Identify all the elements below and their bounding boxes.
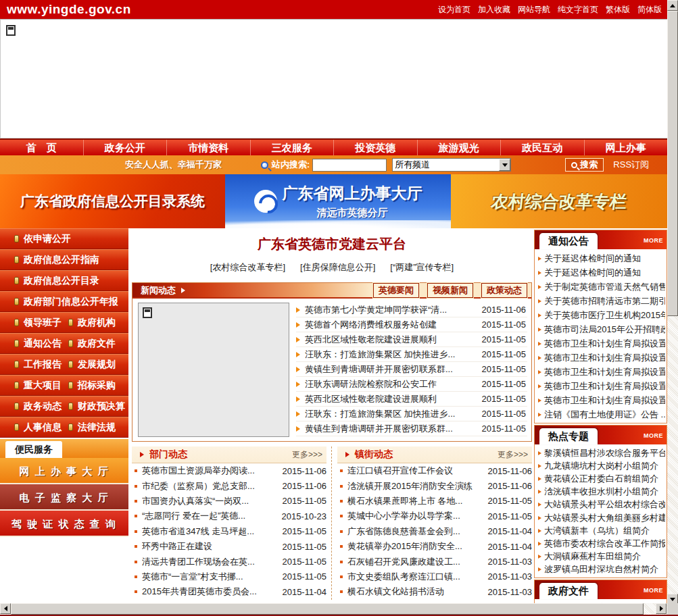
rss-link[interactable]: RSS订阅 (613, 159, 649, 171)
gov-docs-more-link[interactable]: MORE (644, 587, 663, 594)
nav-item[interactable]: 网上办事 (585, 140, 668, 155)
channel-select[interactable]: 所有频道 (392, 158, 511, 172)
list-item[interactable]: 大站镇景头村平公组农村综合改... (537, 498, 665, 511)
list-item[interactable]: 清远共青团工作现场会在英... 2015-11-05 (132, 554, 326, 569)
list-item[interactable]: 英德市卫生和计划生育局拟设置... (537, 351, 665, 365)
list-item[interactable]: 市国资办认真落实“一岗双... 2015-11-05 (132, 494, 326, 509)
site-url[interactable]: www.yingde.gov.cn (7, 2, 131, 17)
news-tab[interactable]: 视频新闻 (427, 283, 473, 298)
topics-more-link[interactable]: MORE (644, 432, 663, 439)
list-item[interactable]: 2015年共青团英德市委员会... 2015-11-04 (132, 584, 326, 599)
town-more-link[interactable]: 更多>>> (498, 449, 528, 461)
platform-title[interactable]: 广东省英德市党建云平台 (132, 235, 532, 253)
top-link[interactable]: 简体版 (637, 4, 662, 16)
list-item[interactable]: 大湾镇新丰（乌坑）组简介 (537, 524, 665, 537)
top-link[interactable]: 纯文字首页 (558, 4, 598, 16)
sidebar-item[interactable]: 重大项目 (0, 380, 64, 392)
service-button[interactable]: 驾 驶 证 状 态 查 询 (0, 511, 128, 537)
list-item[interactable]: 英德市省道347线 走马坪超... 2015-11-05 (132, 524, 326, 539)
list-item[interactable]: 连江口镇召开宣传工作会议 2015-11-06 (337, 463, 532, 478)
top-link[interactable]: 设为首页 (438, 4, 470, 16)
list-item[interactable]: 波罗镇乌田村深坑自然村简介 (537, 563, 665, 576)
list-item[interactable]: 关于英德市医疗卫生机构2015年... (537, 308, 665, 322)
sidebar-item[interactable]: 政府信息公开指南 (0, 249, 128, 270)
banner-rural-reform[interactable]: 农村综合改革专栏 (451, 174, 667, 228)
search-button[interactable]: 搜索 (565, 158, 604, 172)
list-item[interactable]: 英德市“一言堂”村支书挪... 2015-11-05 (132, 569, 326, 584)
news-list-item[interactable]: 英德首个网络消费维权服务站创建 2015-11-05 (296, 317, 527, 332)
notice-more-link[interactable]: MORE (644, 237, 663, 244)
list-item[interactable]: 英德市卫生和计划生育局拟设置... (537, 379, 665, 393)
list-item[interactable]: 广东省陈德良慈善基金会到... 2015-11-04 (337, 524, 532, 539)
sidebar-item[interactable]: 法律法规 (64, 421, 128, 434)
dept-more-link[interactable]: 更多>>> (292, 449, 322, 461)
list-item[interactable]: “志愿同行 爱在一起”英德... 2015-10-23 (132, 509, 326, 523)
scroll-right-button[interactable] (656, 603, 667, 614)
sidebar-item[interactable]: 发展规划 (64, 359, 128, 371)
list-item[interactable]: 黄花镇公正村委白石前组简介 (537, 472, 665, 485)
scroll-left-button[interactable] (0, 603, 11, 614)
nav-item[interactable]: 政民互动 (501, 140, 585, 155)
news-list-item[interactable]: 英德市第七小学黄定坤同学获评“清... 2015-11-06 (296, 303, 527, 317)
list-item[interactable]: 横石水镇文化站捐书活动 2015-11-03 (337, 584, 532, 599)
nav-item[interactable]: 首 页 (0, 140, 84, 155)
news-list-item[interactable]: 汪耿东：打造旅游集聚区 加快推进乡... 2015-11-05 (296, 347, 527, 362)
list-item[interactable]: 大洞镇麻蕉村车田组简介 (537, 550, 665, 563)
nav-item[interactable]: 投资英德 (334, 140, 418, 155)
sidebar-item[interactable]: 工作报告 (0, 359, 64, 371)
list-item[interactable]: 关于英德市招聘清远市第二期引... (537, 294, 665, 308)
list-item[interactable]: 环秀中路正在建设 2015-11-05 (132, 539, 326, 554)
list-item[interactable]: 九龙镇塘坑村大岗村小组简介 (537, 459, 665, 472)
top-link[interactable]: 网站导航 (518, 4, 550, 16)
horizontal-scroll-thumb[interactable] (11, 603, 644, 615)
list-item[interactable]: 英德市国土资源局举办阅读... 2015-11-06 (132, 463, 326, 478)
search-input[interactable] (312, 159, 387, 172)
vertical-scroll-thumb[interactable] (667, 11, 678, 316)
nav-item[interactable]: 旅游观光 (418, 140, 502, 155)
nav-item[interactable]: 三农服务 (251, 140, 335, 155)
sidebar-item[interactable]: 人事信息 (0, 421, 64, 434)
sidebar-item[interactable]: 财政预决算 (64, 401, 128, 413)
list-item[interactable]: 英德市卫生和计划生育局拟设置... (537, 393, 665, 407)
news-list-item[interactable]: 英西北区域性敬老院建设进展顺利 2015-11-05 (296, 332, 527, 347)
sidebar-item[interactable]: 政务动态 (0, 401, 64, 413)
sidebar-item[interactable]: 政府机构 (64, 317, 128, 329)
top-link[interactable]: 加入收藏 (478, 4, 510, 16)
list-item[interactable]: 市文史委组队考察连江口镇... 2015-11-03 (337, 569, 532, 584)
nav-item[interactable]: 市情资料 (167, 140, 251, 155)
list-item[interactable]: 浛洸镇开展2015年消防安全演练 2015-11-06 (337, 478, 532, 493)
news-list-item[interactable]: 黄镇生到青塘调研并开展密切联系群... 2015-11-05 (296, 362, 527, 377)
sidebar-item[interactable]: 政府文件 (64, 338, 128, 350)
list-item[interactable]: 黎溪镇恒昌村涉农综合服务平台简介 (537, 446, 665, 459)
list-item[interactable]: 大站镇景头村大角组美丽乡村建... (537, 511, 665, 524)
list-item[interactable]: 石灰铺召开党风廉政建设工... 2015-11-03 (337, 554, 532, 569)
sidebar-item[interactable]: 招标采购 (64, 380, 128, 392)
news-list-item[interactable]: 汪耿东调研法院检察院和公安工作 2015-11-05 (296, 377, 527, 392)
scroll-up-button[interactable] (667, 0, 678, 11)
quick-link[interactable]: [“两建”宣传专栏] (390, 261, 454, 274)
top-link[interactable]: 繁体版 (606, 4, 630, 16)
list-item[interactable]: 关于制定英德市管道天然气销售... (537, 280, 665, 294)
list-item[interactable]: 横石水镇果蔗即将上市 各地... 2015-11-05 (337, 494, 532, 509)
nav-item[interactable]: 政务公开 (84, 140, 168, 155)
news-list-item[interactable]: 黄镇生到青塘调研并开展密切联系群... 2015-11-05 (296, 421, 527, 436)
banner-online-hall[interactable]: 广东省网上办事大厅 清远市英德分厅 (225, 174, 451, 228)
list-item[interactable]: 注销《国有土地使用证》公告 ... (537, 407, 665, 421)
service-button[interactable]: 网 上 办 事 大 厅 (0, 458, 128, 484)
list-item[interactable]: 关于延迟体检时间的通知 (537, 265, 665, 280)
news-list-item[interactable]: 汪耿东：打造旅游集聚区 加快推进乡... 2015-11-05 (296, 407, 527, 421)
sidebar-item[interactable]: 政府部门信息公开年报 (0, 291, 128, 312)
list-item[interactable]: 市纪委（监察局）党总支部... 2015-11-06 (132, 478, 326, 493)
quick-link[interactable]: [农村综合改革专栏] (210, 261, 285, 274)
horizontal-scrollbar[interactable] (0, 603, 667, 615)
list-item[interactable]: 英德市卫生和计划生育局拟设置... (537, 336, 665, 351)
list-item[interactable]: 英城中心小学举办以导学案... 2015-11-05 (337, 509, 532, 523)
news-list-item[interactable]: 英西北区域性敬老院建设进展顺利 2015-11-05 (296, 392, 527, 407)
list-item[interactable]: 英德市卫生和计划生育局拟设置... (537, 365, 665, 379)
sidebar-item[interactable]: 依申请公开 (0, 228, 128, 249)
sidebar-item[interactable]: 通知公告 (0, 338, 64, 350)
list-item[interactable]: 浛洸镇丰收担水圳村小组简介 (537, 486, 665, 498)
list-item[interactable]: 黄花镇举办2015年消防安全... 2015-11-04 (337, 539, 532, 554)
banner-info-catalog[interactable]: 广东省政府信息公开目录系统 (0, 174, 225, 228)
service-button[interactable]: 电 子 监 察 大 厅 (0, 484, 128, 511)
